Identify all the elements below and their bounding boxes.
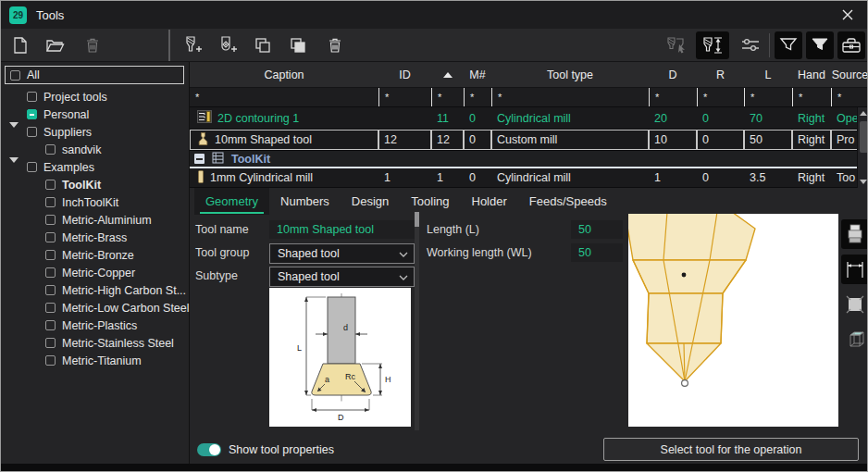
checkbox[interactable] [27, 127, 37, 137]
sidebar-item-inchtoolkit[interactable]: InchToolKit [1, 193, 190, 211]
sidebar-item-project-tools[interactable]: Project tools [1, 88, 190, 106]
col-header-hand[interactable]: Hand [792, 62, 831, 87]
checkbox[interactable] [45, 320, 56, 330]
delete-tool-button[interactable] [321, 31, 349, 59]
checkbox-all[interactable] [10, 70, 20, 81]
tool-dimensions-button[interactable] [696, 31, 729, 59]
filter-cell[interactable]: * [464, 88, 491, 106]
col-header-m[interactable]: M# [464, 62, 491, 87]
filter-cell[interactable]: * [649, 88, 697, 106]
add-hole-tool-button[interactable] [214, 31, 242, 59]
tab-design[interactable]: Design [341, 188, 400, 215]
sidebar-item-metric-copper[interactable]: Metric-Copper [1, 264, 190, 281]
display-options-button[interactable] [737, 31, 764, 59]
show-holder-button[interactable] [841, 219, 868, 249]
tool-group-select[interactable]: Shaped tool [269, 243, 415, 264]
col-header-l[interactable]: L [744, 62, 792, 87]
checkbox[interactable] [27, 162, 37, 172]
delete-library-button[interactable] [79, 31, 106, 59]
checkbox-partial[interactable] [27, 109, 37, 119]
chevron-down-icon[interactable] [9, 163, 19, 172]
col-header-sorted[interactable] [431, 62, 464, 87]
open-library-button[interactable] [42, 31, 69, 59]
show-plane-button[interactable] [841, 290, 868, 319]
sidebar-item-metric-bronze[interactable]: Metric-Bronze [1, 246, 190, 264]
tab-holder[interactable]: Holder [461, 188, 518, 215]
scrollbar-thumb[interactable] [860, 121, 868, 153]
col-header-d[interactable]: D [649, 62, 697, 87]
scroll-down-icon[interactable] [860, 180, 867, 184]
checkbox[interactable] [45, 303, 56, 313]
table-row[interactable]: 1mm Cylindrical mill 1 1 0 Cylindrical m… [190, 168, 868, 188]
table-group-row-toolkit[interactable]: ToolKit [190, 151, 868, 168]
checkbox[interactable] [45, 232, 56, 242]
filter-cell[interactable]: * [792, 88, 831, 106]
sidebar-item-all[interactable]: All [5, 66, 184, 84]
col-header-r[interactable]: R [697, 62, 744, 87]
checkbox[interactable] [45, 197, 56, 207]
sidebar-item-metric-stainless[interactable]: Metric-Stainless Steel [1, 334, 190, 352]
filter-cell[interactable]: * [697, 88, 744, 106]
length-field[interactable]: 50 [571, 220, 623, 239]
checkbox[interactable] [45, 285, 56, 295]
sidebar-item-metric-titanium[interactable]: Metric-Titanium [1, 352, 190, 369]
filter-cell[interactable]: * [491, 88, 649, 106]
filter-cell[interactable]: * [190, 88, 378, 106]
sidebar-item-metric-brass[interactable]: Metric-Brass [1, 229, 190, 246]
sidebar-item-sandvik[interactable]: sandvik [1, 141, 190, 158]
show-tool-properties-toggle[interactable] [197, 443, 221, 456]
sidebar-item-metric-high-carbon[interactable]: Metric-High Carbon St... [1, 281, 190, 299]
checkbox[interactable] [45, 144, 56, 155]
sidebar-item-personal[interactable]: Personal [1, 106, 190, 123]
col-header-id[interactable]: ID [378, 62, 431, 87]
collapse-icon[interactable] [194, 154, 205, 164]
add-mill-tool-button[interactable] [179, 31, 206, 59]
sidebar-item-metric-aluminium[interactable]: Metric-Aluminium [1, 211, 190, 229]
col-header-caption[interactable]: Caption [190, 62, 378, 87]
working-length-field[interactable]: 50 [571, 243, 623, 262]
checkbox[interactable] [45, 180, 56, 190]
sidebar-item-metric-plastics[interactable]: Metric-Plastics [1, 317, 190, 334]
tool-3d-preview[interactable] [628, 214, 838, 427]
checkbox[interactable] [27, 92, 37, 102]
sidebar-item-suppliers[interactable]: Suppliers [1, 123, 190, 141]
new-library-button[interactable] [6, 31, 34, 59]
checkbox[interactable] [45, 355, 56, 366]
sidebar-item-metric-low-carbon[interactable]: Metric-Low Carbon Steel [1, 299, 190, 317]
select-similar-tool-button[interactable] [663, 31, 690, 59]
sidebar-item-toolkit[interactable]: ToolKit [1, 176, 190, 193]
show-cube-button[interactable] [841, 325, 868, 354]
table-row[interactable]: 2D contouring 1 11 0 Cylindrical mill 20… [190, 107, 868, 130]
filter-button[interactable] [775, 31, 802, 59]
tab-numbers[interactable]: Numbers [269, 188, 341, 215]
filter-edit-button[interactable] [806, 31, 834, 59]
col-header-tool-type[interactable]: Tool type [491, 62, 649, 87]
filter-cell[interactable]: * [744, 88, 792, 106]
checkbox[interactable] [45, 250, 56, 260]
sidebar-item-examples[interactable]: Examples [1, 158, 190, 176]
subtype-select[interactable]: Shaped tool [269, 267, 415, 287]
scroll-up-icon[interactable] [860, 111, 867, 116]
col-header-source[interactable]: Source [831, 62, 868, 87]
select-tool-button[interactable]: Select tool for the operation [603, 438, 859, 461]
table-row-selected[interactable]: 10mm Shaped tool 12 12 0 Custom mill 10 … [190, 130, 868, 151]
filter-cell[interactable]: * [831, 88, 868, 106]
chevron-down-icon[interactable] [9, 128, 19, 137]
tool-name-field[interactable]: 10mm Shaped tool [269, 220, 415, 239]
filter-cell[interactable]: * [431, 88, 464, 106]
tab-geometry[interactable]: Geometry [194, 188, 269, 215]
checkbox[interactable] [45, 338, 56, 348]
toolbox-button[interactable] [837, 31, 865, 59]
checkbox[interactable] [45, 267, 56, 278]
scrollbar-thumb[interactable] [415, 212, 419, 227]
tab-tooling[interactable]: Tooling [400, 188, 460, 215]
tab-feeds-speeds[interactable]: Feeds/Speeds [518, 188, 618, 215]
table-scrollbar[interactable] [857, 107, 868, 188]
filter-cell[interactable]: * [378, 88, 431, 106]
paste-tool-button[interactable] [284, 31, 312, 59]
copy-tool-button[interactable] [249, 31, 277, 59]
form-scrollbar[interactable] [415, 212, 419, 430]
show-dimensions-button[interactable] [841, 255, 868, 284]
close-icon[interactable] [837, 5, 858, 25]
checkbox[interactable] [45, 215, 56, 225]
